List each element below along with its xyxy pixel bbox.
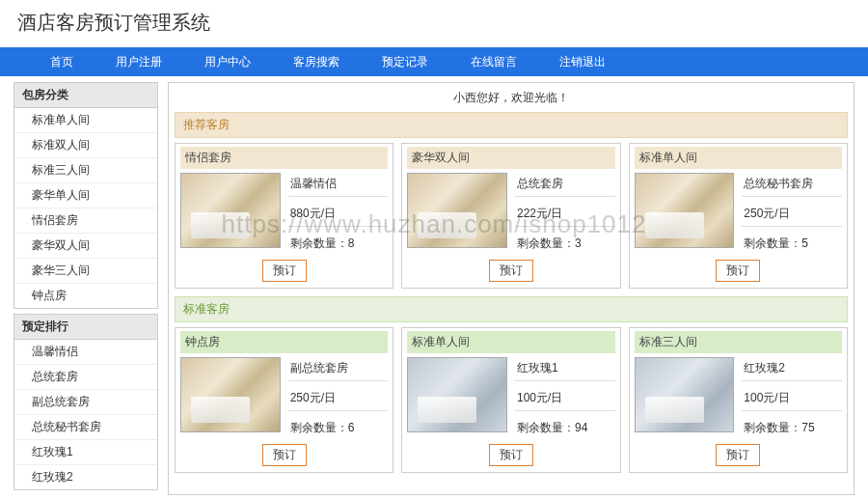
room-name: 红玫瑰1 <box>515 357 615 381</box>
room-thumb-icon[interactable] <box>180 173 281 248</box>
room-thumb-icon[interactable] <box>180 357 281 432</box>
category-item[interactable]: 标准双人间 <box>14 133 157 158</box>
nav-booking-record[interactable]: 预定记录 <box>361 47 449 76</box>
room-card-title: 情侣套房 <box>180 147 388 169</box>
book-button[interactable]: 预订 <box>262 260 307 282</box>
room-thumb-wrap <box>635 173 735 256</box>
room-card: 标准三人间 红玫瑰2 100元/日 剩余数量：75 预订 <box>629 327 848 473</box>
room-name: 红玫瑰2 <box>742 357 842 381</box>
room-name: 副总统套房 <box>288 357 389 381</box>
nav-register[interactable]: 用户注册 <box>95 47 183 76</box>
room-thumb-wrap <box>180 173 281 256</box>
ranking-item[interactable]: 红玫瑰2 <box>14 465 157 489</box>
room-remain: 剩余数量：5 <box>742 233 842 256</box>
recommended-section: 推荐客房 情侣套房 温馨情侣 880元/日 剩余数量：8 预订 豪华双人间 总统… <box>175 112 848 289</box>
room-card: 情侣套房 温馨情侣 880元/日 剩余数量：8 预订 <box>175 143 393 289</box>
room-remain: 剩余数量：75 <box>742 417 842 440</box>
room-price: 250元/日 <box>288 387 389 411</box>
room-thumb-icon[interactable] <box>635 173 735 248</box>
ranking-item[interactable]: 总统套房 <box>14 365 157 390</box>
sidebar: 包房分类 标准单人间 标准双人间 标准三人间 豪华单人间 情侣套房 豪华双人间 … <box>14 82 158 495</box>
room-card-title: 标准单人间 <box>407 331 614 353</box>
category-panel: 包房分类 标准单人间 标准双人间 标准三人间 豪华单人间 情侣套房 豪华双人间 … <box>14 82 158 309</box>
room-card-title: 豪华双人间 <box>407 147 614 169</box>
recommended-head: 推荐客房 <box>175 112 848 138</box>
room-price: 100元/日 <box>515 387 615 411</box>
category-item[interactable]: 豪华双人间 <box>14 234 157 259</box>
main-content: 小西您好，欢迎光临！ 推荐客房 情侣套房 温馨情侣 880元/日 剩余数量：8 … <box>168 82 854 495</box>
room-price: 880元/日 <box>288 203 389 227</box>
standard-section: 标准客房 钟点房 副总统套房 250元/日 剩余数量：6 预订 标准单人间 红玫… <box>175 296 848 473</box>
book-button[interactable]: 预订 <box>716 444 760 466</box>
room-thumb-wrap <box>407 173 507 256</box>
room-card: 钟点房 副总统套房 250元/日 剩余数量：6 预订 <box>175 327 393 473</box>
category-item[interactable]: 标准三人间 <box>14 158 157 183</box>
room-card: 标准单人间 总统秘书套房 250元/日 剩余数量：5 预订 <box>629 143 848 289</box>
book-button[interactable]: 预订 <box>489 260 533 282</box>
page-title: 酒店客房预订管理系统 <box>0 0 868 47</box>
room-price: 250元/日 <box>742 203 842 227</box>
room-card: 标准单人间 红玫瑰1 100元/日 剩余数量：94 预订 <box>401 327 620 473</box>
category-head: 包房分类 <box>14 83 157 108</box>
nav-message[interactable]: 在线留言 <box>449 47 538 76</box>
ranking-item[interactable]: 红玫瑰1 <box>14 440 157 465</box>
room-thumb-icon[interactable] <box>635 357 735 432</box>
room-name: 总统套房 <box>515 173 615 197</box>
book-button[interactable]: 预订 <box>489 444 533 466</box>
standard-head: 标准客房 <box>175 296 848 322</box>
room-thumb-wrap <box>407 357 507 440</box>
room-card-title: 标准三人间 <box>635 331 842 353</box>
room-name: 温馨情侣 <box>288 173 389 197</box>
room-price: 100元/日 <box>742 387 842 411</box>
nav-logout[interactable]: 注销退出 <box>538 47 627 76</box>
room-card-title: 标准单人间 <box>635 147 842 169</box>
nav-search[interactable]: 客房搜索 <box>272 47 361 76</box>
room-thumb-wrap <box>180 357 281 440</box>
main-nav: 首页 用户注册 用户中心 客房搜索 预定记录 在线留言 注销退出 <box>0 47 868 76</box>
room-thumb-wrap <box>635 357 735 440</box>
room-remain: 剩余数量：8 <box>288 233 389 256</box>
category-item[interactable]: 情侣套房 <box>14 208 157 234</box>
category-item[interactable]: 豪华单人间 <box>14 183 157 208</box>
category-item[interactable]: 钟点房 <box>14 284 157 308</box>
room-thumb-icon[interactable] <box>407 173 507 248</box>
ranking-item[interactable]: 副总统套房 <box>14 390 157 415</box>
ranking-panel: 预定排行 温馨情侣 总统套房 副总统套房 总统秘书套房 红玫瑰1 红玫瑰2 <box>14 314 158 490</box>
ranking-item[interactable]: 温馨情侣 <box>14 340 157 365</box>
welcome-text: 小西您好，欢迎光临！ <box>175 87 848 112</box>
room-remain: 剩余数量：94 <box>515 417 615 440</box>
category-item[interactable]: 标准单人间 <box>14 108 157 133</box>
room-card: 豪华双人间 总统套房 222元/日 剩余数量：3 预订 <box>401 143 620 289</box>
nav-home[interactable]: 首页 <box>29 47 95 76</box>
room-remain: 剩余数量：3 <box>515 233 615 256</box>
category-item[interactable]: 豪华三人间 <box>14 259 157 284</box>
ranking-head: 预定排行 <box>14 315 157 340</box>
room-thumb-icon[interactable] <box>407 357 507 432</box>
room-remain: 剩余数量：6 <box>288 417 389 440</box>
book-button[interactable]: 预订 <box>716 260 760 282</box>
room-card-title: 钟点房 <box>180 331 388 353</box>
room-price: 222元/日 <box>515 203 615 227</box>
nav-user-center[interactable]: 用户中心 <box>183 47 272 76</box>
room-name: 总统秘书套房 <box>742 173 842 197</box>
book-button[interactable]: 预订 <box>262 444 307 466</box>
ranking-item[interactable]: 总统秘书套房 <box>14 415 157 440</box>
